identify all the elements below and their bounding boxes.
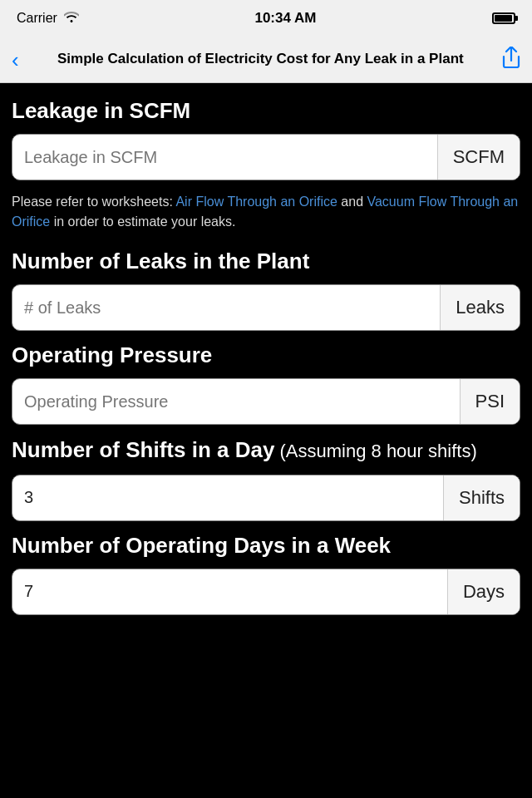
back-button[interactable]: ‹ [12, 46, 26, 74]
operating-pressure-section: Operating Pressure PSI [12, 342, 520, 425]
days-input[interactable] [12, 569, 447, 614]
leakage-title: Leakage in SCFM [12, 98, 520, 124]
leaks-input-row: Leaks [12, 284, 520, 331]
leakage-unit: SCFM [437, 135, 520, 180]
leaks-title: Number of Leaks in the Plant [12, 249, 520, 274]
help-text-2: and [337, 195, 367, 209]
pressure-title: Operating Pressure [12, 342, 520, 368]
help-text-1: Please refer to worksheets: [12, 195, 175, 209]
nav-title: Simple Calculation of Electricity Cost f… [26, 50, 495, 68]
main-content: Leakage in SCFM SCFM Please refer to wor… [0, 83, 532, 798]
pressure-unit: PSI [460, 379, 520, 424]
status-left: Carrier [17, 11, 79, 26]
leaks-input[interactable] [12, 285, 440, 330]
leakage-section: Leakage in SCFM SCFM Please refer to wor… [12, 98, 520, 232]
shifts-input[interactable] [12, 475, 443, 520]
carrier-label: Carrier [17, 11, 57, 26]
days-unit: Days [447, 569, 520, 614]
share-button[interactable] [495, 43, 520, 76]
nav-bar: ‹ Simple Calculation of Electricity Cost… [0, 37, 532, 83]
shifts-input-row: Shifts [12, 475, 520, 521]
wifi-icon [64, 11, 79, 26]
leaks-unit: Leaks [440, 285, 520, 330]
battery-icon [492, 12, 515, 24]
shifts-title-suffix: (Assuming 8 hour shifts) [274, 441, 476, 461]
shifts-title-main: Number of Shifts in a Day [12, 437, 274, 462]
shifts-section: Number of Shifts in a Day (Assuming 8 ho… [12, 436, 520, 521]
operating-days-section: Number of Operating Days in a Week Days [12, 533, 520, 615]
pressure-input-row: PSI [12, 378, 520, 425]
leakage-input-row: SCFM [12, 134, 520, 180]
time-label: 10:34 AM [254, 10, 316, 27]
shifts-unit: Shifts [443, 475, 520, 520]
help-text-3: in order to estimate your leaks. [50, 214, 235, 229]
air-flow-link[interactable]: Air Flow Through an Orifice [175, 195, 337, 209]
days-title: Number of Operating Days in a Week [12, 533, 520, 559]
pressure-input[interactable] [12, 379, 460, 424]
status-bar: Carrier 10:34 AM [0, 0, 532, 37]
shifts-title: Number of Shifts in a Day (Assuming 8 ho… [12, 436, 520, 465]
number-of-leaks-section: Number of Leaks in the Plant Leaks [12, 249, 520, 331]
days-input-row: Days [12, 569, 520, 615]
status-right [492, 12, 515, 24]
leakage-help-text: Please refer to worksheets: Air Flow Thr… [12, 192, 520, 232]
leakage-input[interactable] [12, 135, 437, 180]
